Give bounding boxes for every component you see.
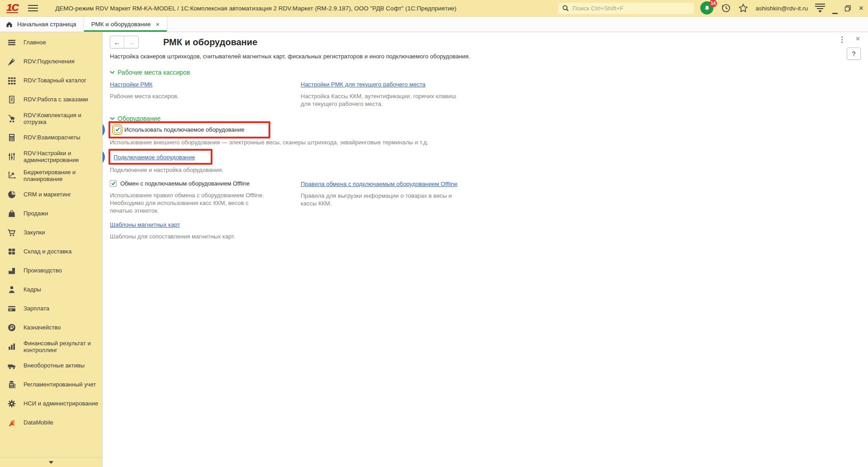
magnetic-card-templates-link[interactable]: Шаблоны магнитных карт xyxy=(110,221,180,228)
sidebar-item[interactable]: Продажи xyxy=(0,204,102,223)
sidebar-item-label: Казначейство xyxy=(24,324,61,331)
cash-register-icon xyxy=(0,380,24,389)
rocket-icon xyxy=(0,57,24,66)
more-menu-icon[interactable]: ⋮ xyxy=(838,35,845,44)
sidebar-item-label: Склад и доставка xyxy=(24,248,72,255)
tab-home-label: Начальная страница xyxy=(17,21,76,28)
section-equipment[interactable]: Оборудование xyxy=(110,115,868,122)
annotation-badge-1: 1 xyxy=(103,121,105,138)
sidebar-item[interactable]: RDV:Работа с заказами xyxy=(0,90,102,109)
sidebar-item-label: Внеоборотные активы xyxy=(24,362,85,369)
bar-chart-icon xyxy=(0,342,24,351)
sidebar-item[interactable]: Бюджетирование и планирование xyxy=(0,166,102,185)
forward-button[interactable]: → xyxy=(124,36,138,48)
calculator-icon xyxy=(0,133,24,142)
sidebar-items: ГлавноеRDV:ПодключенияRDV:Товарный катал… xyxy=(0,32,102,457)
checkbox-checked-icon[interactable] xyxy=(110,180,117,187)
offline-rules-desc: Правила для выгрузки информации о товара… xyxy=(301,192,464,207)
sidebar-item[interactable]: DataMobile xyxy=(0,413,102,432)
checkbox-checked-icon[interactable] xyxy=(114,126,121,133)
rmk-settings-link[interactable]: Настройки РМК xyxy=(110,81,152,88)
tab-rmk-equipment[interactable]: РМК и оборудование × xyxy=(84,17,167,32)
sidebar-item-label: Главное xyxy=(24,39,46,46)
sidebar: ГлавноеRDV:ПодключенияRDV:Товарный катал… xyxy=(0,32,103,467)
connected-equipment-link[interactable]: Подключаемое оборудование xyxy=(113,154,195,161)
sidebar-item[interactable]: Зарплата xyxy=(0,299,102,318)
sidebar-item-label: RDV:Взаиморасчеты xyxy=(24,134,80,141)
catalog-grid-icon xyxy=(0,76,24,85)
app-title: ДЕМО-режим RDV Маркет RM-KA-MODEL / 1С:К… xyxy=(55,5,457,12)
search-input[interactable] xyxy=(572,5,690,12)
sidebar-item[interactable]: Регламентированный учет xyxy=(0,375,102,394)
sidebar-item[interactable]: Закупки xyxy=(0,223,102,242)
sidebar-item-label: DataMobile xyxy=(24,419,53,426)
page-title: РМК и оборудование xyxy=(163,37,257,48)
offline-rules-link[interactable]: Правила обмена с подключаемым оборудован… xyxy=(301,181,458,187)
rmk-settings-desc: Рабочие места кассиров. xyxy=(110,92,282,100)
magnetic-card-templates-desc: Шаблоны для сопоставления магнитных карт… xyxy=(110,233,868,240)
rmk-current-workplace-desc: Настройка Кассы ККМ, аутентификации, гор… xyxy=(301,92,464,108)
sidebar-scroll-down[interactable] xyxy=(0,457,102,467)
app-window: 1С ДЕМО-режим RDV Маркет RM-KA-MODEL / 1… xyxy=(0,0,868,467)
section-cashier-workplaces[interactable]: Рабочие места кассиров xyxy=(110,69,868,76)
sidebar-item[interactable]: НСИ и администрирование xyxy=(0,394,102,413)
main-menu-icon[interactable] xyxy=(28,5,38,11)
titlebar: 1С ДЕМО-режим RDV Маркет RM-KA-MODEL / 1… xyxy=(0,0,868,17)
sidebar-item[interactable]: RDV:Настройки и администрирование xyxy=(0,147,102,166)
favorites-star-icon[interactable] xyxy=(738,3,748,13)
sidebar-item[interactable]: Финансовый результат и контроллинг xyxy=(0,337,102,356)
close-window-button[interactable]: × xyxy=(859,4,863,12)
section-chevron-icon xyxy=(110,71,115,74)
annotation-badge-2: 2 xyxy=(103,148,105,166)
sidebar-item-label: Закупки xyxy=(24,229,45,236)
sidebar-item[interactable]: Производство xyxy=(0,261,102,280)
tab-home[interactable]: Начальная страница xyxy=(0,17,84,32)
sidebar-item-label: RDV:Работа с заказами xyxy=(24,96,88,103)
history-icon[interactable] xyxy=(721,3,731,13)
back-button[interactable]: ← xyxy=(110,36,124,48)
person-icon xyxy=(0,285,24,294)
tab-bar: Начальная страница РМК и оборудование × xyxy=(0,17,868,32)
sidebar-item[interactable]: Казначейство xyxy=(0,318,102,337)
section-title: Рабочие места кассиров xyxy=(118,69,190,76)
user-email[interactable]: ashishkin@rdv-it.ru xyxy=(755,5,808,12)
notification-badge: 14 xyxy=(709,0,717,7)
minimize-button[interactable]: ▁ xyxy=(832,6,838,13)
sidebar-item-label: Зарплата xyxy=(24,305,49,312)
sidebar-item-label: RDV:Подключения xyxy=(24,58,75,65)
gear-icon xyxy=(0,399,24,408)
section-chevron-icon xyxy=(110,117,115,120)
card-icon xyxy=(0,304,24,313)
tab-close-icon[interactable]: × xyxy=(156,21,159,28)
notifications-button[interactable]: 14 xyxy=(700,1,714,15)
global-search[interactable] xyxy=(558,3,694,14)
help-button[interactable]: ? xyxy=(847,48,861,60)
sidebar-item[interactable]: RDV:Товарный каталог xyxy=(0,71,102,90)
restore-window-icon[interactable] xyxy=(844,5,851,12)
1c-logo-icon: 1С xyxy=(6,3,18,13)
sidebar-item[interactable]: Кадры xyxy=(0,280,102,299)
chevron-down-icon xyxy=(49,461,53,464)
sidebar-item-label: Бюджетирование и планирование xyxy=(24,169,99,183)
sidebar-item-label: Финансовый результат и контроллинг xyxy=(24,340,99,354)
bag-icon xyxy=(0,209,24,218)
sidebar-item[interactable]: Склад и доставка xyxy=(0,242,102,261)
window-menu-icon[interactable] xyxy=(815,4,825,13)
sidebar-item[interactable]: CRM и маркетинг xyxy=(0,185,102,204)
sidebar-item[interactable]: RDV:Комплектация и отгрузка xyxy=(0,109,102,128)
ruble-icon xyxy=(0,323,24,332)
use-equipment-checkbox[interactable]: Использовать подключаемое оборудование xyxy=(114,126,245,133)
sidebar-item[interactable]: RDV:Подключения xyxy=(0,52,102,71)
sidebar-item[interactable]: Главное xyxy=(0,33,102,52)
sidebar-item[interactable]: Внеоборотные активы xyxy=(0,356,102,375)
sidebar-item-label: RDV:Настройки и администрирование xyxy=(24,150,99,164)
datamobile-logo-icon xyxy=(0,418,24,427)
rmk-current-workplace-link[interactable]: Настройки РМК для текущего рабочего мест… xyxy=(301,81,425,88)
form-close-icon[interactable]: × xyxy=(856,35,860,43)
sidebar-item-label: НСИ и администрирование xyxy=(24,400,98,407)
page-subtitle: Настройка сканеров штрихкодов, считывате… xyxy=(110,53,868,60)
warehouse-icon xyxy=(0,247,24,256)
sidebar-item[interactable]: RDV:Взаиморасчеты xyxy=(0,128,102,147)
offline-exchange-checkbox[interactable]: Обмен с подключаемым оборудованием Offli… xyxy=(110,180,250,187)
use-equipment-desc: Использование внешнего оборудования — эл… xyxy=(110,138,868,146)
